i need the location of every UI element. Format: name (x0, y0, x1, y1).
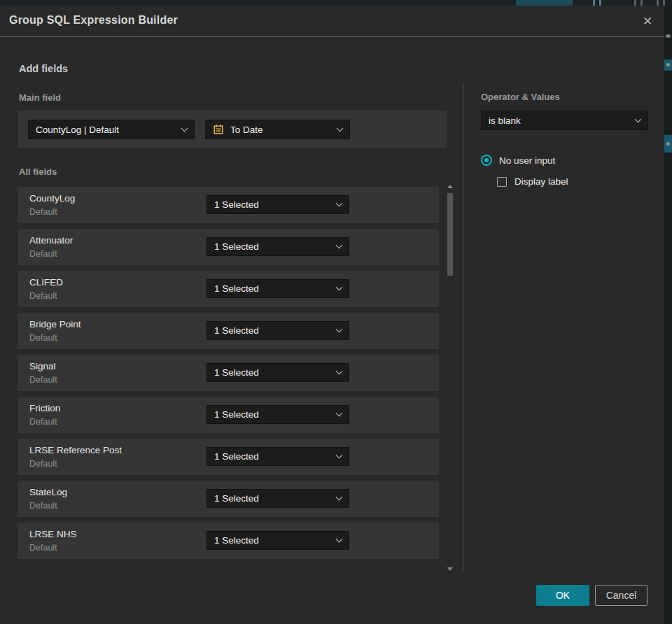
field-values-dropdown-value: 1 Selected (214, 451, 259, 462)
main-field-panel: CountyLog | Default To Date (18, 111, 447, 148)
chevron-down-icon (336, 368, 343, 375)
chevron-down-icon (336, 536, 343, 543)
chevron-down-icon (336, 326, 343, 333)
field-subtitle: Default (29, 417, 57, 427)
chevron-down-icon (181, 125, 188, 132)
field-subtitle: Default (29, 249, 57, 259)
scroll-up-icon[interactable] (447, 185, 453, 188)
field-values-dropdown-value: 1 Selected (214, 493, 259, 504)
backdrop-panel-fragment (664, 135, 672, 153)
field-values-dropdown[interactable]: 1 Selected (206, 447, 349, 466)
backdrop-toolbar-icon (657, 0, 659, 6)
radio-label: No user input (499, 155, 555, 166)
field-row: CountyLog Default 1 Selected (18, 187, 439, 223)
field-subtitle: Default (29, 207, 57, 217)
display-label-checkbox[interactable]: Display label (497, 176, 568, 187)
field-row: StateLog Default 1 Selected (18, 481, 439, 517)
field-values-dropdown[interactable]: 1 Selected (206, 195, 349, 214)
backdrop-toolbar-icon (593, 0, 595, 6)
scroll-down-icon[interactable] (447, 567, 453, 571)
field-subtitle: Default (29, 459, 57, 469)
field-subtitle: Default (29, 543, 57, 553)
backdrop-handle (666, 34, 671, 38)
field-type-dropdown-value: To Date (230, 125, 263, 135)
chevron-down-icon (635, 115, 642, 122)
field-values-dropdown-value: 1 Selected (214, 367, 259, 378)
backdrop-toolbar-icon (599, 0, 601, 6)
main-field-dropdown[interactable]: CountyLog | Default (28, 120, 195, 139)
field-row: CLIFED Default 1 Selected (18, 271, 439, 307)
dialog-header: Group SQL Expression Builder ✕ (0, 6, 664, 37)
main-field-dropdown-value: CountyLog | Default (36, 125, 119, 135)
fields-list-scrollbar[interactable] (447, 185, 453, 571)
field-values-dropdown-value: 1 Selected (214, 283, 259, 294)
field-row: Friction Default 1 Selected (18, 397, 439, 433)
calendar-icon (213, 124, 224, 135)
field-values-dropdown[interactable]: 1 Selected (206, 237, 349, 256)
add-fields-heading: Add fields (19, 63, 68, 74)
no-user-input-radio[interactable]: No user input (481, 155, 555, 166)
all-fields-list: CountyLog Default 1 Selected Attenuator … (18, 187, 439, 565)
close-icon[interactable]: ✕ (638, 12, 657, 30)
field-subtitle: Default (29, 333, 57, 343)
field-name: CountyLog (29, 193, 75, 204)
field-name: LRSE Reference Post (29, 445, 122, 455)
field-subtitle: Default (29, 375, 57, 385)
backdrop-glyph (666, 63, 670, 66)
live-view-button[interactable]: Live view (516, 0, 573, 6)
group-sql-expression-builder-dialog: Group SQL Expression Builder ✕ Add field… (0, 6, 664, 624)
main-field-label: Main field (19, 92, 61, 103)
backdrop-toolbar-icon (663, 0, 665, 6)
field-name: LRSE NHS (29, 529, 77, 539)
field-subtitle: Default (29, 291, 57, 301)
chevron-down-icon (336, 410, 343, 417)
field-name: Signal (29, 361, 56, 371)
operator-dropdown[interactable]: is blank (481, 111, 648, 130)
field-values-dropdown-value: 1 Selected (214, 535, 259, 546)
chevron-down-icon (336, 200, 343, 207)
backdrop-right-strip (664, 0, 672, 624)
backdrop-toolbar-icon (634, 0, 636, 6)
field-row: Bridge Point Default 1 Selected (18, 313, 439, 349)
chevron-down-icon (336, 284, 343, 291)
field-values-dropdown-value: 1 Selected (214, 241, 259, 252)
backdrop-top-strip: Live view (0, 0, 672, 6)
live-view-label: Live view (531, 4, 564, 6)
field-values-dropdown-value: 1 Selected (214, 325, 259, 336)
field-values-dropdown[interactable]: 1 Selected (206, 405, 349, 424)
operator-values-label: Operator & Values (481, 92, 560, 102)
field-name: Friction (29, 403, 60, 413)
field-values-dropdown[interactable]: 1 Selected (206, 489, 349, 508)
ok-button[interactable]: OK (536, 585, 589, 606)
field-type-dropdown[interactable]: To Date (205, 120, 350, 139)
field-name: Bridge Point (29, 319, 81, 329)
field-name: Attenuator (29, 235, 73, 246)
field-row: Signal Default 1 Selected (18, 355, 439, 391)
field-name: CLIFED (29, 277, 63, 288)
field-values-dropdown[interactable]: 1 Selected (206, 363, 349, 382)
radio-selected-icon (481, 155, 492, 166)
field-values-dropdown-value: 1 Selected (214, 409, 259, 420)
field-row: Attenuator Default 1 Selected (18, 229, 439, 265)
field-values-dropdown-value: 1 Selected (214, 199, 259, 210)
cancel-button[interactable]: Cancel (595, 585, 648, 606)
backdrop-panel-fragment (664, 59, 672, 71)
backdrop-glyph (666, 142, 670, 146)
field-values-dropdown[interactable]: 1 Selected (206, 279, 349, 298)
panel-divider (463, 83, 463, 571)
backdrop-toolbar-icon (640, 0, 643, 6)
field-values-dropdown[interactable]: 1 Selected (206, 321, 349, 340)
checkbox-unchecked-icon (497, 177, 507, 187)
field-row: LRSE Reference Post Default 1 Selected (18, 439, 439, 475)
field-values-dropdown[interactable]: 1 Selected (206, 531, 349, 550)
field-row: LRSE NHS Default 1 Selected (18, 523, 439, 559)
field-name: StateLog (29, 487, 67, 497)
chevron-down-icon (336, 452, 343, 459)
checkbox-label: Display label (514, 176, 568, 187)
chevron-down-icon (336, 494, 343, 501)
chevron-down-icon (336, 242, 343, 249)
field-subtitle: Default (29, 501, 57, 511)
all-fields-label: All fields (19, 166, 57, 177)
scrollbar-thumb[interactable] (447, 193, 453, 276)
dialog-title: Group SQL Expression Builder (9, 14, 178, 27)
